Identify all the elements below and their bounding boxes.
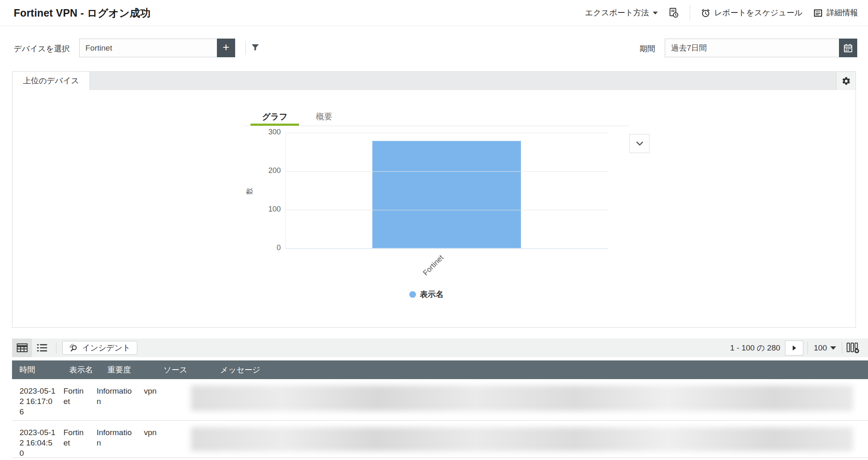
funnel-icon bbox=[250, 43, 260, 52]
y-tick-label: 300 bbox=[248, 128, 281, 136]
topbar: Fortinet VPN - ログオン成功 エクスポート方法 レポートをスケジュ… bbox=[0, 0, 868, 26]
panel-tab-bar: 上位のデバイス bbox=[12, 72, 856, 90]
chart-tab-graph-label: グラフ bbox=[262, 111, 287, 122]
incident-search-icon bbox=[69, 343, 78, 353]
device-select: + bbox=[79, 39, 235, 57]
panel-settings-button[interactable] bbox=[836, 72, 856, 90]
redacted-message bbox=[191, 385, 853, 411]
x-category-label: Fortinet bbox=[421, 253, 445, 277]
page-size-dropdown[interactable]: 100 bbox=[812, 343, 838, 353]
table-plus-icon bbox=[846, 342, 859, 353]
table-row[interactable]: 2023-05-12 16:04:50 Fortinet Information… bbox=[12, 421, 868, 458]
chart-tab-summary-label: 概要 bbox=[316, 111, 332, 122]
gridline bbox=[286, 171, 608, 172]
period-select bbox=[665, 39, 857, 57]
collapse-chart-button[interactable] bbox=[630, 134, 649, 153]
cell-severity: Information bbox=[93, 421, 141, 458]
page-title: Fortinet VPN - ログオン成功 bbox=[14, 6, 151, 20]
list-view-button[interactable] bbox=[32, 338, 52, 357]
redacted-message bbox=[191, 427, 853, 451]
page-size-value: 100 bbox=[814, 343, 827, 353]
column-header-message[interactable]: メッセージ bbox=[187, 365, 868, 375]
toolbar-divider bbox=[807, 342, 808, 354]
top-devices-panel: 上位のデバイス グラフ 概要 数 0100200 bbox=[12, 71, 856, 328]
filter-button[interactable] bbox=[250, 43, 260, 52]
filter-divider bbox=[246, 41, 246, 55]
plot-area bbox=[285, 133, 608, 249]
next-page-button[interactable] bbox=[785, 341, 803, 355]
cell-source: vpn bbox=[141, 379, 187, 420]
toolbar-divider bbox=[842, 342, 842, 354]
tab-top-devices[interactable]: 上位のデバイス bbox=[12, 72, 90, 90]
cell-display-name: Fortinet bbox=[60, 421, 93, 458]
caret-down-icon bbox=[830, 346, 836, 350]
legend-marker bbox=[409, 291, 416, 298]
calendar-button[interactable] bbox=[839, 39, 857, 57]
y-axis-ticks: 0100200300 bbox=[248, 133, 281, 248]
grid-header-row: 時間 表示名 重要度 ソース メッセージ bbox=[12, 360, 868, 379]
y-tick-label: 100 bbox=[248, 205, 281, 214]
cell-time: 2023-05-12 16:04:50 bbox=[12, 421, 60, 458]
table-view-button[interactable] bbox=[12, 338, 32, 357]
details-label: 詳細情報 bbox=[827, 7, 858, 18]
export-method-label: エクスポート方法 bbox=[585, 7, 649, 18]
caret-down-icon bbox=[653, 12, 658, 15]
legend-label: 表示名 bbox=[420, 289, 444, 300]
report-page: Fortinet VPN - ログオン成功 エクスポート方法 レポートをスケジュ… bbox=[0, 0, 868, 460]
calendar-icon bbox=[843, 43, 853, 53]
incident-button[interactable]: インシデント bbox=[62, 341, 137, 355]
pagination-range: 1 - 100 の 280 bbox=[730, 343, 780, 353]
cell-time: 2023-05-12 16:17:06 bbox=[12, 379, 60, 420]
bar[interactable] bbox=[372, 141, 521, 248]
gridline bbox=[286, 210, 608, 210]
grid-rows: 2023-05-12 16:17:06 Fortinet Information… bbox=[12, 379, 868, 458]
schedule-report-label: レポートをスケジュール bbox=[714, 7, 802, 18]
gear-icon bbox=[841, 76, 851, 86]
tab-top-devices-label: 上位のデバイス bbox=[23, 75, 79, 86]
legend-item[interactable]: 表示名 bbox=[265, 289, 587, 300]
device-select-label: デバイスを選択 bbox=[14, 44, 70, 54]
chart-tab-summary[interactable]: 概要 bbox=[310, 107, 338, 126]
column-header-severity[interactable]: 重要度 bbox=[93, 365, 141, 375]
period-input[interactable] bbox=[665, 39, 839, 57]
details-button[interactable]: 詳細情報 bbox=[813, 7, 858, 18]
list-view-icon bbox=[36, 343, 48, 353]
gridline bbox=[286, 133, 608, 133]
grid-toolbar: インシデント 1 - 100 の 280 100 bbox=[12, 338, 868, 357]
column-header-source[interactable]: ソース bbox=[141, 365, 187, 375]
export-method-dropdown[interactable]: エクスポート方法 bbox=[585, 7, 658, 18]
chart-tab-bar: グラフ 概要 bbox=[250, 107, 338, 126]
plus-icon: + bbox=[223, 41, 229, 53]
topbar-divider bbox=[690, 5, 690, 21]
details-icon bbox=[813, 8, 823, 18]
chevron-down-icon bbox=[636, 141, 644, 146]
panel-body: グラフ 概要 数 0100200300 Fortinet 表示名 bbox=[12, 90, 856, 327]
add-column-button[interactable] bbox=[846, 342, 859, 353]
cell-display-name: Fortinet bbox=[60, 379, 93, 420]
incident-button-label: インシデント bbox=[82, 343, 131, 353]
y-tick-label: 200 bbox=[248, 166, 281, 175]
chevron-right-icon bbox=[792, 345, 797, 351]
chart-tab-graph[interactable]: グラフ bbox=[250, 107, 299, 126]
period-label: 期間 bbox=[639, 44, 655, 54]
topbar-actions: エクスポート方法 レポートをスケジュール 詳細情報 bbox=[585, 5, 858, 21]
toolbar-divider bbox=[56, 342, 56, 354]
y-tick-label: 0 bbox=[248, 243, 281, 252]
device-input[interactable] bbox=[79, 39, 217, 57]
chart-tab-hairline bbox=[243, 126, 629, 126]
cell-severity: Information bbox=[93, 379, 141, 420]
alarm-clock-icon bbox=[701, 8, 710, 18]
filter-row: デバイスを選択 + 期間 bbox=[0, 39, 868, 58]
cell-source: vpn bbox=[141, 421, 187, 458]
add-device-button[interactable]: + bbox=[217, 39, 235, 57]
grid-view-icon bbox=[17, 343, 28, 353]
column-header-time[interactable]: 時間 bbox=[12, 365, 60, 375]
table-row[interactable]: 2023-05-12 16:17:06 Fortinet Information… bbox=[12, 379, 868, 421]
column-header-display-name[interactable]: 表示名 bbox=[60, 365, 93, 375]
schedule-report-button[interactable]: レポートをスケジュール bbox=[701, 7, 802, 18]
export-history-icon[interactable] bbox=[669, 7, 679, 18]
